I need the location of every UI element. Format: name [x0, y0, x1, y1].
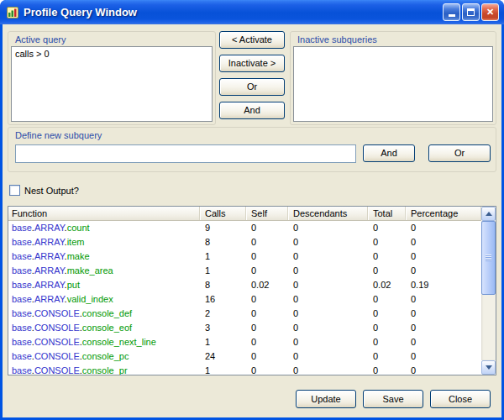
table-row[interactable]: base.ARRAY.count90000: [8, 221, 481, 235]
value-cell: 0.02: [368, 278, 406, 292]
value-cell: 0: [406, 364, 481, 375]
table-row[interactable]: base.CONSOLE.console_eof30000: [8, 321, 481, 335]
value-cell: 2: [200, 307, 246, 321]
column-header-percentage[interactable]: Percentage: [406, 207, 481, 220]
subquery-or-button[interactable]: Or: [428, 144, 491, 162]
maximize-button[interactable]: [462, 3, 480, 21]
active-query-group: Active query calls > 0: [8, 31, 216, 125]
scroll-up-button[interactable]: [481, 207, 496, 221]
value-cell: 0: [288, 292, 368, 307]
table-row[interactable]: base.ARRAY.make_area10000: [8, 264, 481, 278]
scroll-down-button[interactable]: [481, 360, 496, 375]
list-item[interactable]: calls > 0: [12, 47, 212, 60]
column-header-total[interactable]: Total: [368, 207, 406, 220]
function-cell: base.CONSOLE.console_def: [8, 307, 200, 321]
save-button[interactable]: Save: [363, 390, 423, 408]
close-dialog-button[interactable]: Close: [430, 390, 491, 408]
value-cell: 0: [288, 221, 368, 235]
value-cell: 0: [368, 292, 406, 307]
table-row[interactable]: base.CONSOLE.console_def20000: [8, 307, 481, 321]
value-cell: 0: [246, 249, 288, 264]
function-cell: base.ARRAY.make: [8, 249, 200, 264]
value-cell: 0: [288, 278, 368, 292]
function-cell: base.CONSOLE.console_pr: [8, 364, 200, 375]
value-cell: 0: [246, 335, 288, 349]
value-cell: 0: [288, 335, 368, 349]
define-subquery-label: Define new subquery: [15, 130, 102, 140]
or-combine-button[interactable]: Or: [219, 78, 285, 96]
and-combine-button[interactable]: And: [219, 102, 285, 119]
value-cell: 0: [406, 321, 481, 335]
value-cell: 0: [246, 221, 288, 235]
value-cell: 0: [368, 264, 406, 278]
minimize-button[interactable]: [443, 3, 460, 21]
function-cell: base.ARRAY.count: [8, 221, 200, 235]
value-cell: 0: [368, 335, 406, 349]
inactive-subqueries-group: Inactive subqueries: [290, 31, 496, 125]
table-row[interactable]: base.CONSOLE.console_next_line10000: [8, 335, 481, 349]
value-cell: 0: [288, 235, 368, 249]
value-cell: 0: [368, 349, 406, 364]
window-body: Active query calls > 0 < Activate Inacti…: [3, 24, 501, 417]
table-header: FunctionCallsSelfDescendantsTotalPercent…: [8, 207, 481, 221]
function-cell: base.CONSOLE.console_next_line: [8, 335, 200, 349]
function-cell: base.ARRAY.make_area: [8, 264, 200, 278]
nest-output-label: Nest Output?: [24, 186, 79, 196]
table-row[interactable]: base.CONSOLE.console_pc240000: [8, 349, 481, 364]
column-header-function[interactable]: Function: [8, 207, 200, 220]
function-cell: base.CONSOLE.console_pc: [8, 349, 200, 364]
column-header-self[interactable]: Self: [246, 207, 288, 220]
subquery-and-button[interactable]: And: [363, 144, 415, 162]
nest-output-checkbox[interactable]: [9, 185, 20, 196]
subquery-input[interactable]: [15, 144, 356, 163]
value-cell: 0: [406, 249, 481, 264]
value-cell: 1: [200, 264, 246, 278]
function-cell: base.ARRAY.item: [8, 235, 200, 249]
value-cell: 0: [406, 307, 481, 321]
maximize-icon: [467, 8, 475, 16]
scrollbar-thumb[interactable]: [481, 221, 496, 295]
titlebar[interactable]: Profile Query Window ✕: [0, 0, 504, 24]
value-cell: 0: [368, 307, 406, 321]
column-header-calls[interactable]: Calls: [200, 207, 246, 220]
update-button[interactable]: Update: [296, 390, 356, 408]
value-cell: 0: [288, 321, 368, 335]
value-cell: 0: [288, 249, 368, 264]
value-cell: 0: [368, 235, 406, 249]
table-row[interactable]: base.ARRAY.valid_index160000: [8, 292, 481, 307]
close-button[interactable]: ✕: [481, 3, 499, 21]
table-row[interactable]: base.CONSOLE.console_pr10000: [8, 364, 481, 375]
table-body[interactable]: base.ARRAY.count90000base.ARRAY.item8000…: [8, 221, 481, 375]
value-cell: 0: [246, 264, 288, 278]
value-cell: 0: [368, 221, 406, 235]
value-cell: 1: [200, 249, 246, 264]
value-cell: 0: [368, 249, 406, 264]
table-row[interactable]: base.ARRAY.put80.0200.020.19: [8, 278, 481, 292]
value-cell: 0: [246, 321, 288, 335]
vertical-scrollbar[interactable]: [481, 207, 496, 375]
scrollbar-track[interactable]: [481, 221, 496, 360]
column-header-descendants[interactable]: Descendants: [288, 207, 368, 220]
value-cell: 0.19: [406, 278, 481, 292]
profile-query-window: Profile Query Window ✕ Active query call…: [0, 0, 504, 420]
value-cell: 0: [246, 235, 288, 249]
activate-button[interactable]: < Activate: [219, 31, 285, 49]
app-icon[interactable]: [6, 6, 19, 19]
table-row[interactable]: base.ARRAY.make10000: [8, 249, 481, 264]
value-cell: 0: [246, 292, 288, 307]
value-cell: 0: [406, 235, 481, 249]
value-cell: 16: [200, 292, 246, 307]
arrow-down-icon: [486, 365, 492, 370]
value-cell: 8: [200, 235, 246, 249]
window-title: Profile Query Window: [24, 6, 137, 18]
inactive-subqueries-list[interactable]: [293, 46, 493, 122]
inactivate-button[interactable]: Inactivate >: [219, 55, 285, 72]
value-cell: 3: [200, 321, 246, 335]
value-cell: 0: [406, 292, 481, 307]
minimize-icon: [449, 14, 455, 17]
value-cell: 0: [246, 364, 288, 375]
table-row[interactable]: base.ARRAY.item80000: [8, 235, 481, 249]
active-query-label: Active query: [15, 34, 66, 45]
nest-output-row: Nest Output?: [9, 185, 79, 196]
active-query-list[interactable]: calls > 0: [11, 46, 213, 122]
